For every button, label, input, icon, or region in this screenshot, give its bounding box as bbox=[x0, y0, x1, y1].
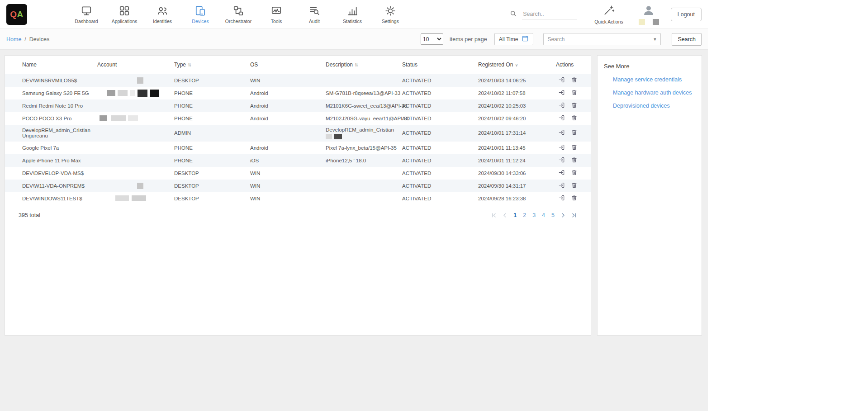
delete-button[interactable] bbox=[569, 114, 580, 123]
cell-os: WIN bbox=[248, 74, 324, 87]
page-number-1[interactable]: 1 bbox=[512, 212, 517, 218]
column-header-name[interactable]: Name bbox=[5, 56, 95, 74]
trash-icon bbox=[571, 89, 578, 96]
column-header-description[interactable]: Description⇅ bbox=[324, 56, 400, 74]
breadcrumb-home-link[interactable]: Home bbox=[6, 36, 21, 43]
cell-description bbox=[324, 180, 400, 192]
column-header-os[interactable]: OS bbox=[248, 56, 324, 74]
table-row[interactable]: POCO POCO X3 Pro PHONE Android M2102J20S… bbox=[5, 112, 591, 125]
search-icon[interactable] bbox=[509, 9, 517, 19]
first-page-button[interactable] bbox=[491, 212, 497, 218]
table-row[interactable]: DEV\DEVELOP-VDA-MS$ DESKTOP WIN ACTIVATE… bbox=[5, 167, 591, 180]
table-row[interactable]: Apple iPhone 11 Pro Max PHONE iOS iPhone… bbox=[5, 154, 591, 167]
manage-service-credentials-link[interactable]: Manage service credentials bbox=[613, 76, 695, 83]
applications-icon bbox=[119, 5, 130, 17]
table-row[interactable]: DEV\WINDOWS11TEST$ DESKTOP WIN ACTIVATED… bbox=[5, 192, 591, 205]
cell-os: Android bbox=[248, 99, 324, 112]
nav-item-orchestrator[interactable]: Orchestrator bbox=[223, 5, 254, 24]
sort-icon: ⇅ bbox=[355, 62, 358, 67]
avatar-icon bbox=[642, 4, 655, 19]
global-search-input[interactable] bbox=[522, 9, 577, 19]
table-row[interactable]: DEV\W11-VDA-ONPREM$ DESKTOP WIN ACTIVATE… bbox=[5, 180, 591, 192]
manage-hardware-auth-devices-link[interactable]: Manage hardware auth devices bbox=[613, 90, 695, 96]
table-row[interactable]: Redmi Redmi Note 10 Pro PHONE Android M2… bbox=[5, 99, 591, 112]
column-header-type[interactable]: Type⇅ bbox=[172, 56, 248, 74]
user-menu[interactable] bbox=[639, 4, 659, 25]
column-header-account[interactable]: Account bbox=[95, 56, 172, 74]
sign-in-icon bbox=[558, 102, 565, 109]
search-button[interactable]: Search bbox=[672, 33, 702, 46]
redacted-block bbox=[137, 183, 143, 189]
sessions-button[interactable] bbox=[556, 89, 567, 97]
chevron-down-icon[interactable]: ▼ bbox=[653, 37, 657, 42]
sign-in-icon bbox=[558, 156, 565, 163]
total-count: 395 total bbox=[19, 212, 40, 218]
trash-icon bbox=[571, 194, 578, 201]
sessions-button[interactable] bbox=[556, 156, 567, 165]
sessions-button[interactable] bbox=[556, 102, 567, 110]
quick-actions-button[interactable]: Quick Actions bbox=[594, 5, 623, 24]
brand-logo[interactable]: QA bbox=[6, 4, 27, 25]
cell-name: DevelopREM_admin_Cristian Ungureanu bbox=[5, 125, 95, 142]
cell-registered: 2024/10/02 09:46:20 bbox=[476, 112, 554, 125]
delete-button[interactable] bbox=[569, 76, 580, 85]
page-number-4[interactable]: 4 bbox=[541, 212, 546, 218]
cell-type: DESKTOP bbox=[172, 192, 248, 205]
page-number-5[interactable]: 5 bbox=[550, 212, 555, 218]
table-row[interactable]: Samsung Galaxy S20 FE 5G PHONE Android S… bbox=[5, 87, 591, 99]
table-row[interactable]: DevelopREM_admin_Cristian Ungureanu ADMI… bbox=[5, 125, 591, 142]
page-number-3[interactable]: 3 bbox=[531, 212, 536, 218]
sort-desc-icon: ∨ bbox=[515, 62, 518, 67]
column-header-status[interactable]: Status bbox=[400, 56, 476, 74]
sessions-button[interactable] bbox=[556, 194, 567, 203]
cell-account bbox=[95, 180, 172, 192]
delete-button[interactable] bbox=[569, 144, 580, 152]
delete-button[interactable] bbox=[569, 169, 580, 177]
nav-item-devices[interactable]: Devices bbox=[185, 5, 216, 24]
nav-item-dashboard[interactable]: Dashboard bbox=[71, 5, 102, 24]
sessions-button[interactable] bbox=[556, 76, 567, 85]
cell-name: DEV\DEVELOP-VDA-MS$ bbox=[5, 167, 95, 180]
settings-icon bbox=[384, 5, 396, 17]
page-size-select[interactable]: 10 bbox=[421, 33, 443, 45]
cell-registered: 2024/10/02 11:07:58 bbox=[476, 87, 554, 99]
cell-type: PHONE bbox=[172, 112, 248, 125]
next-page-icon bbox=[560, 212, 566, 218]
deprovisioned-devices-link[interactable]: Deprovisioned devices bbox=[613, 103, 695, 109]
table-row[interactable]: Google Pixel 7a PHONE Android Pixel 7a-l… bbox=[5, 142, 591, 154]
nav-item-applications[interactable]: Applications bbox=[109, 5, 140, 24]
nav-item-identities[interactable]: Identities bbox=[147, 5, 178, 24]
nav-item-settings[interactable]: Settings bbox=[375, 5, 406, 24]
delete-button[interactable] bbox=[569, 156, 580, 165]
nav-item-audit[interactable]: Audit bbox=[299, 5, 330, 24]
table-row[interactable]: DEV\WINSRVMILOS5$ DESKTOP WIN ACTIVATED … bbox=[5, 74, 591, 87]
sessions-button[interactable] bbox=[556, 182, 567, 190]
cell-registered: 2024/10/01 11:12:24 bbox=[476, 154, 554, 167]
delete-button[interactable] bbox=[569, 194, 580, 203]
column-header-registered-on[interactable]: Registered On∨ bbox=[476, 56, 554, 74]
delete-button[interactable] bbox=[569, 102, 580, 110]
sign-in-icon bbox=[558, 169, 565, 176]
sessions-button[interactable] bbox=[556, 144, 567, 152]
delete-button[interactable] bbox=[569, 129, 580, 137]
time-filter-button[interactable]: All Time bbox=[494, 33, 534, 45]
last-page-button[interactable] bbox=[571, 212, 577, 218]
cell-os: WIN bbox=[248, 192, 324, 205]
next-page-button[interactable] bbox=[560, 212, 566, 218]
cell-registered: 2024/09/30 14:33:06 bbox=[476, 167, 554, 180]
cell-actions bbox=[554, 167, 591, 180]
page-number-2[interactable]: 2 bbox=[522, 212, 527, 218]
table-search-combobox[interactable]: Search ▼ bbox=[543, 33, 661, 45]
nav-item-tools[interactable]: Tools bbox=[261, 5, 292, 24]
prev-page-button[interactable] bbox=[502, 212, 508, 218]
delete-button[interactable] bbox=[569, 182, 580, 190]
logout-button[interactable]: Logout bbox=[671, 8, 702, 21]
nav-item-statistics[interactable]: Statistics bbox=[337, 5, 368, 24]
sessions-button[interactable] bbox=[556, 169, 567, 177]
nav-label: Identities bbox=[153, 19, 172, 24]
delete-button[interactable] bbox=[569, 89, 580, 97]
sessions-button[interactable] bbox=[556, 129, 567, 137]
sessions-button[interactable] bbox=[556, 114, 567, 123]
redacted-block bbox=[138, 90, 147, 97]
redacted-block bbox=[132, 195, 146, 201]
